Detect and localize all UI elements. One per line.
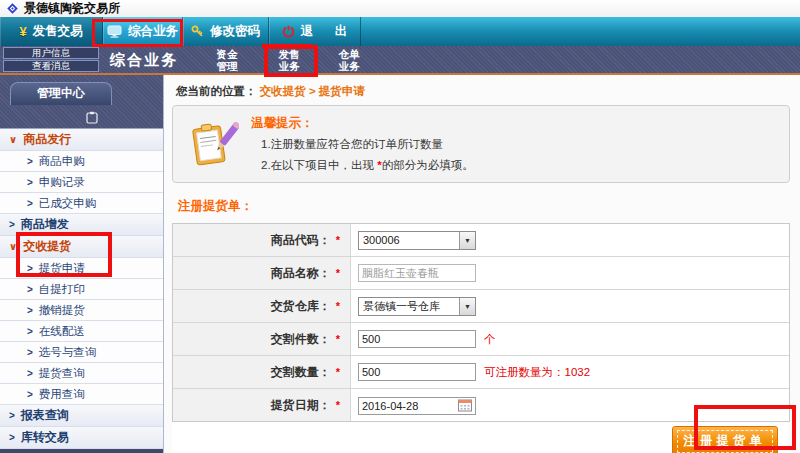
sidebar-item-product-subscription[interactable]: > 商品申购 [0, 151, 163, 172]
sidebar-item-label: 申购记录 [39, 175, 85, 190]
field-label: 交割件数： * [173, 323, 351, 355]
tab-label-line: 业务 [279, 60, 300, 72]
field-label: 商品代码： * [173, 224, 351, 256]
sidebar-item-label: 自提打印 [39, 282, 85, 297]
pickup-form: 商品代码： * 300006 ▼ 商品名称： * [172, 223, 790, 422]
app-window: 景德镇陶瓷交易所 ¥ 发售交易 综合业务 修改密码 [0, 0, 800, 453]
sidebar-item-additional-issuance[interactable]: > 商品增发 [0, 214, 163, 236]
sub-nav: 用户信息 查看消息 综合业务 资金 管理 发售 业务 仓单 业务 [0, 46, 800, 75]
sidebar-item-fee-query[interactable]: > 费用查询 [0, 384, 163, 405]
register-pickup-order-button[interactable]: 注册提货单 [672, 426, 779, 453]
chevron-right-icon: > [27, 156, 33, 167]
notice-box: 温馨提示： 1.注册数量应符合您的订单所订数量 2.在以下项目中，出现 *的部分… [172, 105, 790, 183]
chevron-down-icon[interactable]: ▼ [459, 298, 475, 315]
top-nav-comprehensive-business[interactable]: 综合业务 [103, 17, 183, 46]
pieces-input[interactable] [358, 330, 476, 348]
field-value [351, 257, 789, 289]
breadcrumb-path[interactable]: 交收提货 > 提货申请 [260, 85, 365, 97]
sidebar-item-number-selection-query[interactable]: > 选号与查询 [0, 342, 163, 363]
sidebar-item-label: 报表查询 [21, 407, 69, 424]
chevron-down-icon[interactable]: ▼ [459, 232, 475, 249]
user-buttons: 用户信息 查看消息 [3, 47, 99, 73]
sidebar-item-completed-subscriptions[interactable]: > 已成交申购 [0, 193, 163, 214]
field-value: 个 [351, 323, 789, 355]
view-messages-button[interactable]: 查看消息 [3, 60, 99, 72]
form-row-product-name: 商品名称： * [173, 257, 789, 290]
pieces-unit: 个 [484, 332, 496, 347]
chevron-right-icon: > [27, 198, 33, 209]
registrable-quantity-hint: 可注册数量为：1032 [484, 365, 590, 380]
notice-line-1: 1.注册数量应符合您的订单所订数量 [261, 137, 443, 152]
sidebar-item-delivery-pickup[interactable]: ∨ 交收提货 [0, 236, 163, 258]
required-asterisk: * [336, 333, 340, 345]
app-logo-icon [6, 2, 19, 15]
sidebar-item-label: 已成交申购 [39, 196, 97, 211]
breadcrumb: 您当前的位置： 交收提货 > 提货申请 [176, 84, 800, 99]
chevron-right-icon: > [27, 305, 33, 316]
sidebar: 管理中心 ∨ 商品发行 > 商品申购 > 申购记录 [0, 75, 164, 453]
chevron-right-icon: > [27, 326, 33, 337]
select-value: 景德镇一号仓库 [359, 299, 459, 314]
breadcrumb-prefix: 您当前的位置： [176, 85, 257, 97]
sidebar-header: 管理中心 [0, 75, 163, 128]
form-button-bar: 注册提货单 [172, 422, 788, 453]
sidebar-item-label: 提货申请 [39, 261, 85, 276]
sidebar-item-subscription-records[interactable]: > 申购记录 [0, 172, 163, 193]
monitor-icon [107, 25, 122, 38]
required-asterisk: * [336, 300, 340, 312]
date-field [358, 396, 476, 415]
field-label: 商品名称： * [173, 257, 351, 289]
required-asterisk: * [336, 399, 340, 411]
button-label: 注册提货单 [677, 430, 774, 453]
top-nav-logout[interactable]: 退 出 [269, 17, 361, 46]
sidebar-item-label: 库转交易 [21, 429, 69, 446]
chevron-right-icon: > [27, 177, 33, 188]
sidebar-item-pickup-application[interactable]: > 提货申请 [0, 258, 163, 279]
sidebar-item-label: 撤销提货 [39, 303, 85, 318]
field-value: 可注册数量为：1032 [351, 356, 789, 388]
tab-fund-management[interactable]: 资金 管理 [200, 47, 254, 73]
chevron-right-icon: > [27, 284, 33, 295]
tab-label-line: 发售 [279, 48, 300, 60]
chevron-down-icon: ∨ [9, 134, 17, 145]
quantity-input[interactable] [358, 363, 476, 381]
power-icon [282, 25, 295, 38]
warehouse-select[interactable]: 景德镇一号仓库 ▼ [358, 297, 476, 316]
tab-sale-business[interactable]: 发售 业务 [262, 47, 316, 73]
required-asterisk: * [336, 234, 340, 246]
tab-label-line: 业务 [339, 60, 360, 72]
required-asterisk: * [336, 366, 340, 378]
top-nav-sale-trade[interactable]: ¥ 发售交易 [0, 17, 103, 46]
sidebar-item-warehouse-transfer[interactable]: > 库转交易 [0, 427, 163, 449]
field-label-text: 交货仓库： [271, 298, 331, 315]
tab-warehouse-receipt[interactable]: 仓单 业务 [322, 47, 376, 73]
top-nav-label: 发售交易 [33, 23, 83, 40]
clipboard-pen-icon [187, 116, 239, 170]
product-name-input[interactable] [358, 264, 476, 282]
user-info-button[interactable]: 用户信息 [3, 47, 99, 59]
sidebar-menu: ∨ 商品发行 > 商品申购 > 申购记录 > 已成交申购 > 商品增发 [0, 128, 163, 449]
sidebar-item-pickup-query[interactable]: > 提货查询 [0, 363, 163, 384]
chevron-right-icon: > [9, 432, 15, 443]
sidebar-item-cancel-pickup[interactable]: > 撤销提货 [0, 300, 163, 321]
field-value [351, 389, 789, 421]
sidebar-item-self-pickup-print[interactable]: > 自提打印 [0, 279, 163, 300]
tab-management-center[interactable]: 管理中心 [10, 82, 112, 105]
chevron-right-icon: > [27, 389, 33, 400]
top-nav-change-password[interactable]: 修改密码 [183, 17, 269, 46]
sidebar-item-label: 费用查询 [39, 387, 85, 402]
product-code-select[interactable]: 300006 ▼ [358, 231, 476, 250]
sidebar-item-label: 商品增发 [21, 216, 69, 233]
title-bar: 景德镇陶瓷交易所 [0, 0, 800, 17]
calendar-icon[interactable] [458, 399, 472, 412]
clipboard-icon[interactable] [86, 111, 98, 124]
field-label-text: 交割件数： [271, 331, 331, 348]
sidebar-item-online-delivery[interactable]: > 在线配送 [0, 321, 163, 342]
sidebar-item-product-issuance[interactable]: ∨ 商品发行 [0, 129, 163, 151]
chevron-right-icon: > [27, 263, 33, 274]
form-row-product-code: 商品代码： * 300006 ▼ [173, 224, 789, 257]
notice-title: 温馨提示： [251, 115, 314, 132]
sidebar-item-report-query[interactable]: > 报表查询 [0, 405, 163, 427]
form-title: 注册提货单： [178, 198, 800, 215]
sidebar-item-label: 选号与查询 [39, 345, 97, 360]
